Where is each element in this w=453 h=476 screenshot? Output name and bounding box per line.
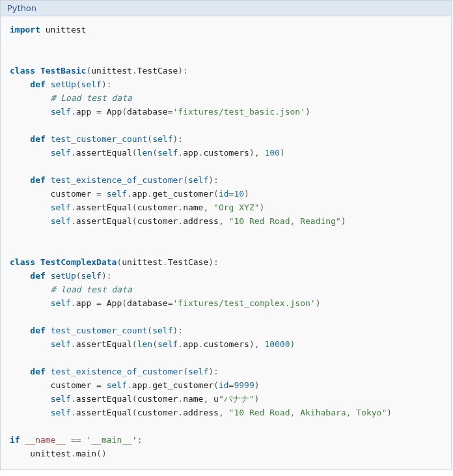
code-token: . bbox=[71, 216, 76, 226]
code-token bbox=[10, 326, 30, 335]
code-token bbox=[46, 326, 51, 335]
code-token: App bbox=[102, 107, 122, 117]
code-token: TestComplexData bbox=[40, 257, 117, 267]
code-token: ) bbox=[260, 203, 265, 212]
code-token: . bbox=[71, 408, 76, 417]
code-token bbox=[46, 79, 51, 89]
code-token: ( bbox=[132, 203, 137, 212]
code-token: len bbox=[137, 148, 152, 158]
code-token: ): bbox=[172, 326, 183, 335]
code-body: import unittest class TestBasic(unittest… bbox=[1, 16, 451, 469]
code-token: ), bbox=[249, 148, 264, 158]
code-token: def bbox=[30, 271, 45, 281]
code-token: . bbox=[178, 148, 183, 158]
code-token: 'fixtures/test_complex.json' bbox=[173, 298, 316, 308]
code-token bbox=[40, 25, 46, 35]
code-token: 10000 bbox=[264, 339, 290, 349]
code-token: # Load test data bbox=[51, 93, 132, 103]
code-token: "バナナ" bbox=[219, 394, 254, 404]
code-token: ( bbox=[132, 339, 137, 349]
code-token: self bbox=[51, 339, 71, 349]
code-token: ( bbox=[132, 148, 137, 158]
code-token: ( bbox=[76, 79, 81, 89]
code-token: app bbox=[76, 298, 96, 308]
code-token: 'fixtures/test_basic.json' bbox=[173, 107, 306, 117]
code-token: name bbox=[183, 394, 203, 404]
code-token: address bbox=[183, 408, 219, 417]
code-token: self bbox=[152, 134, 172, 144]
code-token: assertEqual bbox=[76, 408, 132, 417]
code-token: ): bbox=[208, 175, 219, 185]
code-token: = bbox=[168, 107, 173, 117]
code-token: . bbox=[147, 380, 152, 390]
code-token: self bbox=[81, 79, 102, 89]
code-token bbox=[10, 339, 51, 349]
code-token: def bbox=[30, 134, 45, 144]
code-token: ( bbox=[132, 408, 137, 417]
code-token: ( bbox=[183, 367, 188, 376]
code-token: unittest bbox=[46, 25, 87, 35]
code-token bbox=[10, 216, 51, 226]
code-token: self bbox=[51, 216, 71, 226]
code-token: . bbox=[71, 203, 76, 212]
code-token: TestBasic bbox=[40, 66, 86, 76]
code-token bbox=[46, 175, 51, 185]
code-token: unittest bbox=[91, 66, 132, 76]
code-token: '__main__' bbox=[86, 435, 137, 445]
code-token: id bbox=[219, 189, 229, 199]
code-token: def bbox=[30, 175, 45, 185]
code-token: ) bbox=[305, 107, 310, 117]
code-token: == bbox=[71, 435, 81, 445]
code-token: , bbox=[219, 408, 229, 417]
code-token: . bbox=[178, 394, 183, 404]
code-token bbox=[10, 134, 30, 144]
code-token bbox=[10, 367, 30, 376]
code-token: ( bbox=[132, 394, 137, 404]
code-token bbox=[10, 285, 51, 294]
code-token: self bbox=[158, 148, 178, 158]
code-token: class bbox=[10, 66, 35, 76]
code-token: ) bbox=[280, 148, 285, 158]
code-token: 100 bbox=[264, 148, 279, 158]
code-token: database bbox=[127, 107, 168, 117]
code-token: ) bbox=[290, 339, 295, 349]
code-token: import bbox=[10, 25, 40, 35]
code-token: customer bbox=[137, 203, 178, 212]
code-token: ) bbox=[341, 216, 346, 226]
code-token: ( bbox=[147, 326, 152, 335]
code-token: 10 bbox=[234, 189, 244, 199]
code-token: ) bbox=[387, 408, 392, 417]
code-token: TestCase bbox=[168, 257, 209, 267]
code-token: . bbox=[71, 449, 76, 458]
code-token: . bbox=[178, 339, 183, 349]
code-token: setUp bbox=[51, 271, 76, 281]
code-token: = bbox=[96, 380, 102, 390]
code-token: ( bbox=[132, 216, 137, 226]
code-token: "10 Red Road, Akihabara, Tokyo" bbox=[229, 408, 387, 417]
code-token: self bbox=[158, 339, 178, 349]
code-token: app bbox=[76, 107, 96, 117]
code-token: assertEqual bbox=[76, 148, 132, 158]
code-token: 9999 bbox=[234, 380, 254, 390]
code-token: if bbox=[10, 435, 20, 445]
code-token bbox=[10, 93, 51, 103]
code-token: customer bbox=[137, 408, 178, 417]
code-token: self bbox=[51, 394, 71, 404]
code-token: . bbox=[163, 257, 168, 267]
code-token: self bbox=[188, 367, 208, 376]
code-token: app bbox=[183, 148, 198, 158]
code-token: def bbox=[30, 79, 45, 89]
code-token: main bbox=[76, 449, 96, 458]
code-token: app bbox=[132, 189, 147, 199]
code-token: , bbox=[219, 216, 229, 226]
code-token: ) bbox=[254, 380, 260, 390]
code-token bbox=[66, 435, 71, 445]
code-token: __name__ bbox=[25, 435, 66, 445]
code-token: ) bbox=[316, 298, 321, 308]
code-token: . bbox=[178, 408, 183, 417]
code-token bbox=[10, 203, 51, 212]
code-token: ): bbox=[102, 271, 112, 281]
code-token: ( bbox=[183, 175, 188, 185]
code-header: Python bbox=[1, 1, 451, 16]
code-token: ): bbox=[208, 367, 219, 376]
